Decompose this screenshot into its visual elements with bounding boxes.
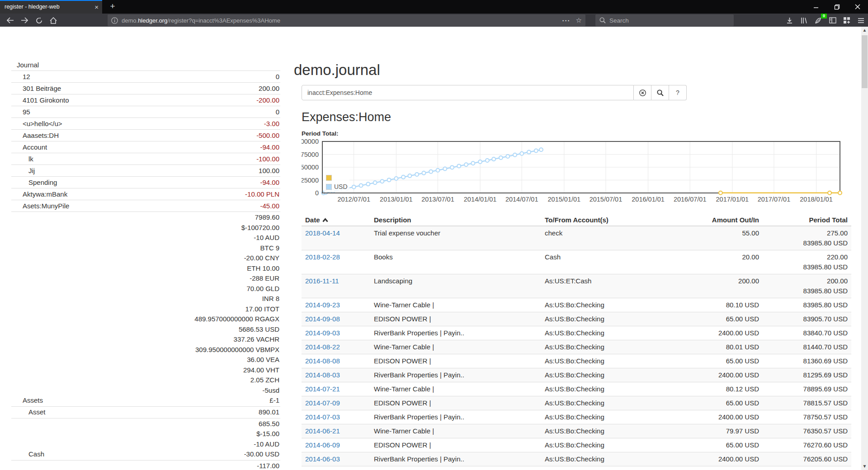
downloads-icon[interactable] bbox=[783, 15, 795, 26]
search-submit-button[interactable] bbox=[651, 85, 669, 100]
svg-text:2017/07/01: 2017/07/01 bbox=[758, 196, 791, 203]
sidebar-account-link[interactable]: Aaasets:DH bbox=[11, 131, 59, 141]
cell-account: As:US:Bo:Checking bbox=[541, 382, 642, 396]
table-row[interactable]: 2014-06-03RiverBank Properties | Payin..… bbox=[302, 452, 851, 466]
table-row[interactable]: 2014-07-03RiverBank Properties | Payin..… bbox=[302, 410, 851, 424]
transaction-date-link[interactable]: 2014-06-21 bbox=[305, 427, 340, 435]
sidebar-account-link[interactable]: 4101 Girokonto bbox=[11, 95, 69, 106]
home-button[interactable] bbox=[47, 15, 59, 26]
transaction-date-link[interactable]: 2014-06-03 bbox=[305, 455, 340, 463]
cell-description: Landscaping bbox=[370, 274, 541, 298]
cell-description: Wine-Tarner Cable | bbox=[370, 466, 541, 470]
browser-tab[interactable]: register - hledger-web × bbox=[0, 0, 102, 14]
menu-hamburger-icon[interactable] bbox=[855, 15, 867, 26]
sidebar-account-balance: -117.00 bbox=[28, 461, 280, 470]
register-chart[interactable]: 02500050000750001000002012/07/012013/01/… bbox=[302, 139, 852, 206]
sidebar-account-link[interactable]: Spending bbox=[11, 178, 57, 188]
minimize-button[interactable] bbox=[806, 0, 826, 14]
restore-button[interactable] bbox=[826, 0, 847, 14]
sidebar-account-row: Asets:MunyPile-45.00 bbox=[11, 200, 280, 212]
sidebar-account-link[interactable]: 301 Beiträge bbox=[11, 84, 61, 94]
sidebar-account-link[interactable]: Aktywa:mBank bbox=[11, 189, 67, 200]
sidebar-account-link[interactable]: Journal bbox=[11, 60, 39, 70]
sidebar-account-link[interactable]: lk bbox=[11, 154, 33, 164]
svg-text:2018/01/01: 2018/01/01 bbox=[800, 196, 833, 203]
chart-legend: USD bbox=[324, 172, 349, 192]
close-button[interactable] bbox=[847, 0, 868, 14]
sidebar-account-link[interactable]: Account bbox=[11, 142, 47, 153]
table-row[interactable]: 2014-07-09EDISON POWER |As:US:Bo:Checkin… bbox=[302, 396, 851, 410]
table-row[interactable]: 2014-06-21Wine-Tarner Cable |As:US:Bo:Ch… bbox=[302, 424, 851, 438]
site-info-icon[interactable] bbox=[111, 17, 118, 24]
cell-account: As:US:Bo:Checking bbox=[541, 424, 642, 438]
cell-amount: 200.00 bbox=[642, 274, 763, 298]
table-row[interactable]: 2014-06-09EDISON POWER |As:US:Bo:Checkin… bbox=[302, 438, 851, 452]
sidebar-account-row: Spending-94.00 bbox=[11, 176, 280, 188]
table-row[interactable]: 2014-09-23Wine-Tarner Cable |As:US:Bo:Ch… bbox=[302, 298, 851, 312]
scroll-down-icon[interactable]: ▼ bbox=[861, 463, 868, 470]
tab-close-icon[interactable]: × bbox=[94, 4, 99, 10]
page-actions-icon[interactable]: ··· bbox=[562, 17, 571, 24]
library-icon[interactable] bbox=[798, 15, 810, 26]
scrollbar-thumb[interactable] bbox=[862, 35, 868, 88]
cell-account: As:US:Bo:Checking bbox=[541, 368, 642, 382]
cell-account: As:US:Bo:Checking bbox=[541, 340, 642, 354]
scroll-up-icon[interactable]: ▲ bbox=[861, 27, 868, 34]
cell-amount: 65.00 USD bbox=[642, 438, 763, 452]
transaction-date-link[interactable]: 2014-09-08 bbox=[305, 315, 340, 323]
reload-button[interactable] bbox=[33, 15, 45, 26]
transaction-date-link[interactable]: 2018-02-28 bbox=[305, 253, 340, 261]
cell-account: As:US:Bo:Checking bbox=[541, 452, 642, 466]
page-scrollbar[interactable]: ▲ ▼ bbox=[861, 27, 868, 470]
transaction-date-link[interactable]: 2014-09-03 bbox=[305, 329, 340, 337]
table-row[interactable]: 2014-09-03RiverBank Properties | Payin..… bbox=[302, 326, 851, 340]
table-row[interactable]: 2014-08-03RiverBank Properties | Payin..… bbox=[302, 368, 851, 382]
help-button[interactable]: ? bbox=[669, 85, 687, 100]
transaction-date-link[interactable]: 2014-06-09 bbox=[305, 441, 340, 449]
transaction-date-link[interactable]: 2014-07-21 bbox=[305, 385, 340, 393]
sidebar-account-row: Assets7989.60$-100720.00-10 AUDBTC 9-20.… bbox=[11, 212, 280, 406]
sidebar-account-link[interactable]: 95 bbox=[11, 107, 30, 118]
forward-button[interactable] bbox=[19, 15, 30, 26]
sidebar-account-link[interactable]: Asets:MunyPile bbox=[11, 201, 69, 212]
url-bar[interactable]: demo.hledger.org/register?q=inacct%3AExp… bbox=[108, 14, 585, 26]
clear-query-button[interactable] bbox=[634, 85, 651, 100]
clear-circle-x-icon bbox=[639, 89, 646, 96]
transaction-date-link[interactable]: 2014-07-09 bbox=[305, 399, 340, 407]
sidebar-account-row: Aktywa:mBank-10.00 PLN bbox=[11, 188, 280, 200]
screenshots-grid-icon[interactable] bbox=[841, 15, 853, 26]
cell-description: Wine-Tarner Cable | bbox=[370, 382, 541, 396]
bookmark-star-icon[interactable]: ☆ bbox=[576, 16, 582, 24]
sidebar-account-link[interactable]: Jij bbox=[11, 166, 35, 176]
sidebar-account-link[interactable]: Asset bbox=[11, 407, 46, 418]
sidebar-account-link[interactable]: Assets bbox=[11, 395, 43, 406]
transaction-date-link[interactable]: 2014-09-23 bbox=[305, 301, 340, 309]
transaction-date-link[interactable]: 2014-07-03 bbox=[305, 413, 340, 421]
table-row[interactable]: 2018-04-14Trial expense vouchercheck55.0… bbox=[302, 226, 851, 250]
query-input[interactable] bbox=[302, 85, 634, 100]
sidebars-icon[interactable] bbox=[827, 15, 839, 26]
sidebar-account-link[interactable]: Cash bbox=[11, 449, 44, 460]
table-row[interactable]: 2014-07-21Wine-Tarner Cable |As:US:Bo:Ch… bbox=[302, 382, 851, 396]
account-sidebar: Journal120301 Beiträge200.004101 Girokon… bbox=[11, 59, 280, 470]
new-tab-button[interactable]: + bbox=[106, 0, 119, 14]
transaction-date-link[interactable]: 2014-08-08 bbox=[305, 357, 340, 365]
table-row[interactable]: 2014-08-08EDISON POWER |As:US:Bo:Checkin… bbox=[302, 354, 851, 368]
sidebar-account-link[interactable]: 12 bbox=[11, 72, 30, 82]
column-header-date[interactable]: Date bbox=[302, 214, 370, 226]
table-row[interactable]: 2014-08-22Wine-Tarner Cable |As:US:Bo:Ch… bbox=[302, 340, 851, 354]
transaction-date-link[interactable]: 2016-11-11 bbox=[305, 277, 339, 285]
transaction-date-link[interactable]: 2018-04-14 bbox=[305, 229, 340, 237]
transaction-date-link[interactable]: 2014-08-03 bbox=[305, 371, 340, 379]
transaction-date-link[interactable]: 2014-08-22 bbox=[305, 343, 340, 351]
table-row[interactable]: 2014-09-08EDISON POWER |As:US:Bo:Checkin… bbox=[302, 312, 851, 326]
addon-icon[interactable]: 0 bbox=[812, 15, 824, 26]
sidebar-account-link[interactable]: <u>hello</u> bbox=[11, 119, 62, 129]
table-row[interactable]: 2016-11-11LandscapingAs:US:ET:Cash200.00… bbox=[302, 274, 851, 298]
cell-period-total: 76270.60 USD bbox=[763, 438, 851, 452]
back-button[interactable] bbox=[4, 15, 16, 26]
table-row[interactable]: 2014-05-21Wine-Tarner Cable |As:US:Bo:Ch… bbox=[302, 466, 851, 470]
tab-title: register - hledger-web bbox=[5, 4, 92, 10]
browser-search-field[interactable]: Search bbox=[595, 14, 734, 26]
table-row[interactable]: 2018-02-28BooksCash20.00220.0083985.80 U… bbox=[302, 250, 851, 274]
